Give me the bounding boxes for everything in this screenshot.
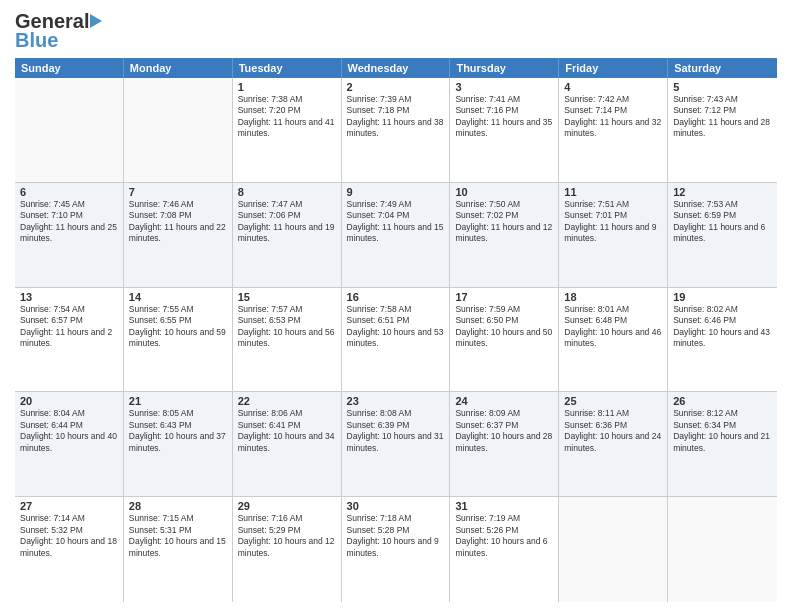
calendar-cell bbox=[15, 78, 124, 182]
day-number: 28 bbox=[129, 500, 227, 512]
day-number: 2 bbox=[347, 81, 445, 93]
day-number: 21 bbox=[129, 395, 227, 407]
calendar-cell: 2Sunrise: 7:39 AMSunset: 7:18 PMDaylight… bbox=[342, 78, 451, 182]
day-number: 11 bbox=[564, 186, 662, 198]
day-detail: Sunrise: 7:46 AMSunset: 7:08 PMDaylight:… bbox=[129, 199, 227, 245]
calendar-cell: 1Sunrise: 7:38 AMSunset: 7:20 PMDaylight… bbox=[233, 78, 342, 182]
calendar-cell bbox=[124, 78, 233, 182]
day-number: 9 bbox=[347, 186, 445, 198]
day-detail: Sunrise: 7:43 AMSunset: 7:12 PMDaylight:… bbox=[673, 94, 772, 140]
day-number: 17 bbox=[455, 291, 553, 303]
day-detail: Sunrise: 8:11 AMSunset: 6:36 PMDaylight:… bbox=[564, 408, 662, 454]
header: General Blue bbox=[15, 10, 777, 52]
day-detail: Sunrise: 7:18 AMSunset: 5:28 PMDaylight:… bbox=[347, 513, 445, 559]
day-detail: Sunrise: 8:05 AMSunset: 6:43 PMDaylight:… bbox=[129, 408, 227, 454]
calendar-week-3: 13Sunrise: 7:54 AMSunset: 6:57 PMDayligh… bbox=[15, 288, 777, 393]
calendar-cell: 18Sunrise: 8:01 AMSunset: 6:48 PMDayligh… bbox=[559, 288, 668, 392]
day-detail: Sunrise: 7:45 AMSunset: 7:10 PMDaylight:… bbox=[20, 199, 118, 245]
day-number: 13 bbox=[20, 291, 118, 303]
calendar-cell: 27Sunrise: 7:14 AMSunset: 5:32 PMDayligh… bbox=[15, 497, 124, 602]
day-detail: Sunrise: 8:02 AMSunset: 6:46 PMDaylight:… bbox=[673, 304, 772, 350]
calendar-cell: 29Sunrise: 7:16 AMSunset: 5:29 PMDayligh… bbox=[233, 497, 342, 602]
calendar-cell: 13Sunrise: 7:54 AMSunset: 6:57 PMDayligh… bbox=[15, 288, 124, 392]
day-number: 15 bbox=[238, 291, 336, 303]
calendar-cell bbox=[559, 497, 668, 602]
day-number: 24 bbox=[455, 395, 553, 407]
calendar-cell: 3Sunrise: 7:41 AMSunset: 7:16 PMDaylight… bbox=[450, 78, 559, 182]
day-number: 8 bbox=[238, 186, 336, 198]
calendar-cell: 30Sunrise: 7:18 AMSunset: 5:28 PMDayligh… bbox=[342, 497, 451, 602]
calendar-cell bbox=[668, 497, 777, 602]
day-detail: Sunrise: 7:16 AMSunset: 5:29 PMDaylight:… bbox=[238, 513, 336, 559]
day-detail: Sunrise: 7:47 AMSunset: 7:06 PMDaylight:… bbox=[238, 199, 336, 245]
day-detail: Sunrise: 7:51 AMSunset: 7:01 PMDaylight:… bbox=[564, 199, 662, 245]
calendar-cell: 7Sunrise: 7:46 AMSunset: 7:08 PMDaylight… bbox=[124, 183, 233, 287]
calendar-cell: 21Sunrise: 8:05 AMSunset: 6:43 PMDayligh… bbox=[124, 392, 233, 496]
day-detail: Sunrise: 7:58 AMSunset: 6:51 PMDaylight:… bbox=[347, 304, 445, 350]
day-number: 27 bbox=[20, 500, 118, 512]
calendar-week-1: 1Sunrise: 7:38 AMSunset: 7:20 PMDaylight… bbox=[15, 78, 777, 183]
header-day-wednesday: Wednesday bbox=[342, 58, 451, 78]
calendar-cell: 8Sunrise: 7:47 AMSunset: 7:06 PMDaylight… bbox=[233, 183, 342, 287]
calendar-cell: 24Sunrise: 8:09 AMSunset: 6:37 PMDayligh… bbox=[450, 392, 559, 496]
day-number: 14 bbox=[129, 291, 227, 303]
calendar-cell: 23Sunrise: 8:08 AMSunset: 6:39 PMDayligh… bbox=[342, 392, 451, 496]
day-detail: Sunrise: 7:57 AMSunset: 6:53 PMDaylight:… bbox=[238, 304, 336, 350]
day-detail: Sunrise: 7:42 AMSunset: 7:14 PMDaylight:… bbox=[564, 94, 662, 140]
day-number: 3 bbox=[455, 81, 553, 93]
header-day-saturday: Saturday bbox=[668, 58, 777, 78]
header-day-monday: Monday bbox=[124, 58, 233, 78]
day-detail: Sunrise: 8:01 AMSunset: 6:48 PMDaylight:… bbox=[564, 304, 662, 350]
header-day-sunday: Sunday bbox=[15, 58, 124, 78]
day-number: 12 bbox=[673, 186, 772, 198]
calendar-cell: 15Sunrise: 7:57 AMSunset: 6:53 PMDayligh… bbox=[233, 288, 342, 392]
day-number: 18 bbox=[564, 291, 662, 303]
day-number: 26 bbox=[673, 395, 772, 407]
day-number: 6 bbox=[20, 186, 118, 198]
logo: General Blue bbox=[15, 10, 102, 52]
calendar-cell: 10Sunrise: 7:50 AMSunset: 7:02 PMDayligh… bbox=[450, 183, 559, 287]
calendar-cell: 4Sunrise: 7:42 AMSunset: 7:14 PMDaylight… bbox=[559, 78, 668, 182]
calendar-cell: 9Sunrise: 7:49 AMSunset: 7:04 PMDaylight… bbox=[342, 183, 451, 287]
header-day-friday: Friday bbox=[559, 58, 668, 78]
day-detail: Sunrise: 8:06 AMSunset: 6:41 PMDaylight:… bbox=[238, 408, 336, 454]
calendar-cell: 20Sunrise: 8:04 AMSunset: 6:44 PMDayligh… bbox=[15, 392, 124, 496]
calendar-cell: 6Sunrise: 7:45 AMSunset: 7:10 PMDaylight… bbox=[15, 183, 124, 287]
calendar-cell: 28Sunrise: 7:15 AMSunset: 5:31 PMDayligh… bbox=[124, 497, 233, 602]
calendar: SundayMondayTuesdayWednesdayThursdayFrid… bbox=[15, 58, 777, 602]
day-number: 31 bbox=[455, 500, 553, 512]
calendar-cell: 11Sunrise: 7:51 AMSunset: 7:01 PMDayligh… bbox=[559, 183, 668, 287]
day-detail: Sunrise: 8:09 AMSunset: 6:37 PMDaylight:… bbox=[455, 408, 553, 454]
calendar-body: 1Sunrise: 7:38 AMSunset: 7:20 PMDaylight… bbox=[15, 78, 777, 602]
day-number: 4 bbox=[564, 81, 662, 93]
day-detail: Sunrise: 7:15 AMSunset: 5:31 PMDaylight:… bbox=[129, 513, 227, 559]
header-day-thursday: Thursday bbox=[450, 58, 559, 78]
day-number: 22 bbox=[238, 395, 336, 407]
day-detail: Sunrise: 7:38 AMSunset: 7:20 PMDaylight:… bbox=[238, 94, 336, 140]
day-detail: Sunrise: 7:54 AMSunset: 6:57 PMDaylight:… bbox=[20, 304, 118, 350]
calendar-cell: 25Sunrise: 8:11 AMSunset: 6:36 PMDayligh… bbox=[559, 392, 668, 496]
day-number: 10 bbox=[455, 186, 553, 198]
calendar-cell: 19Sunrise: 8:02 AMSunset: 6:46 PMDayligh… bbox=[668, 288, 777, 392]
calendar-cell: 12Sunrise: 7:53 AMSunset: 6:59 PMDayligh… bbox=[668, 183, 777, 287]
calendar-week-5: 27Sunrise: 7:14 AMSunset: 5:32 PMDayligh… bbox=[15, 497, 777, 602]
day-number: 19 bbox=[673, 291, 772, 303]
day-detail: Sunrise: 8:04 AMSunset: 6:44 PMDaylight:… bbox=[20, 408, 118, 454]
day-number: 1 bbox=[238, 81, 336, 93]
day-detail: Sunrise: 7:19 AMSunset: 5:26 PMDaylight:… bbox=[455, 513, 553, 559]
day-detail: Sunrise: 7:41 AMSunset: 7:16 PMDaylight:… bbox=[455, 94, 553, 140]
calendar-cell: 26Sunrise: 8:12 AMSunset: 6:34 PMDayligh… bbox=[668, 392, 777, 496]
calendar-cell: 5Sunrise: 7:43 AMSunset: 7:12 PMDaylight… bbox=[668, 78, 777, 182]
calendar-week-4: 20Sunrise: 8:04 AMSunset: 6:44 PMDayligh… bbox=[15, 392, 777, 497]
calendar-header: SundayMondayTuesdayWednesdayThursdayFrid… bbox=[15, 58, 777, 78]
calendar-cell: 16Sunrise: 7:58 AMSunset: 6:51 PMDayligh… bbox=[342, 288, 451, 392]
day-detail: Sunrise: 7:55 AMSunset: 6:55 PMDaylight:… bbox=[129, 304, 227, 350]
day-number: 7 bbox=[129, 186, 227, 198]
calendar-week-2: 6Sunrise: 7:45 AMSunset: 7:10 PMDaylight… bbox=[15, 183, 777, 288]
logo-triangle-icon bbox=[90, 14, 102, 28]
page: General Blue SundayMondayTuesdayWednesda… bbox=[0, 0, 792, 612]
day-detail: Sunrise: 7:39 AMSunset: 7:18 PMDaylight:… bbox=[347, 94, 445, 140]
header-day-tuesday: Tuesday bbox=[233, 58, 342, 78]
day-number: 25 bbox=[564, 395, 662, 407]
day-number: 16 bbox=[347, 291, 445, 303]
